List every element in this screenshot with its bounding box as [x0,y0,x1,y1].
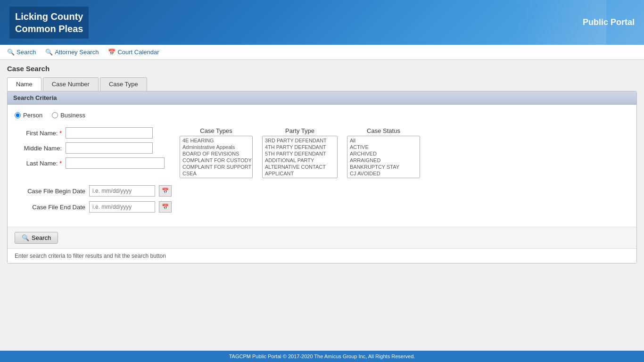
search-button-label: Search [32,234,51,241]
main-content: Case Search Name Case Number Case Type S… [0,60,644,268]
case-file-begin-calendar-button[interactable]: 📅 [159,185,172,197]
tab-case-type[interactable]: Case Type [100,77,147,91]
last-name-input[interactable] [66,157,165,169]
middle-name-row: Middle Name: [15,142,165,154]
party-type-label: Party Type [262,127,338,134]
case-file-end-input[interactable] [89,201,155,213]
form-section: First Name: * Middle Name: Last Name: * [15,127,629,178]
first-name-label: First Name: * [15,130,62,137]
business-label: Business [60,112,85,119]
search-body: Person Business First Name: * [8,105,636,227]
search-icon: 🔍 [7,49,15,56]
middle-name-label: Middle Name: [15,145,62,152]
results-message: Enter search criteria to filter results … [8,248,636,263]
navbar: 🔍 Search 🔍 Attorney Search 📅 Court Calen… [0,45,644,60]
search-panel: Search Criteria Person Business [7,91,637,263]
court-calendar-icon: 📅 [108,49,116,56]
court-calendar-label: Court Calendar [117,49,159,56]
last-name-row: Last Name: * [15,157,165,169]
person-radio-label[interactable]: Person [15,112,42,119]
footer: TAGCPM Public Portal © 2017-2020 The Ami… [0,351,644,362]
last-name-label: Last Name: * [15,160,62,167]
name-fields: First Name: * Middle Name: Last Name: * [15,127,165,169]
party-type-listbox[interactable]: 3RD PARTY DEFENDANT4TH PARTY DEFENDANT5T… [262,136,338,178]
case-file-end-label: Case File End Date [15,204,85,211]
case-file-end-calendar-button[interactable]: 📅 [159,201,172,213]
middle-name-input[interactable] [66,142,153,154]
case-file-end-row: Case File End Date 📅 [15,201,629,213]
page-header: Licking County Common Pleas Public Porta… [0,0,644,45]
search-button[interactable]: 🔍 Search [15,232,58,244]
page-title: Case Search [7,65,637,73]
case-file-begin-label: Case File Begin Date [15,188,85,195]
tab-case-number[interactable]: Case Number [43,77,99,91]
search-criteria-header: Search Criteria [8,91,636,105]
case-status-group: Case Status AllACTIVEARCHIVEDARRAIGNEDBA… [347,127,420,178]
search-button-icon: 🔍 [22,234,29,241]
party-type-group: Party Type 3RD PARTY DEFENDANT4TH PARTY … [262,127,338,178]
app-title: Licking County Common Pleas [9,7,89,39]
court-calendar-nav-item[interactable]: 📅 Court Calendar [108,49,159,56]
search-nav-item[interactable]: 🔍 Search [7,49,36,56]
attorney-search-label: Attorney Search [55,49,99,56]
business-radio[interactable] [52,112,58,118]
case-status-listbox[interactable]: AllACTIVEARCHIVEDARRAIGNEDBANKRUPTCY STA… [347,136,420,178]
tab-name[interactable]: Name [7,77,41,91]
person-label: Person [23,112,42,119]
footer-text: TAGCPM Public Portal © 2017-2020 The Ami… [229,354,415,359]
case-types-listbox[interactable]: 4E HEARINGAdministrative AppealsBOARD OF… [180,136,253,178]
tab-bar: Name Case Number Case Type [7,77,637,91]
case-file-begin-input[interactable] [89,185,155,197]
attorney-search-nav-item[interactable]: 🔍 Attorney Search [45,49,99,56]
case-file-begin-row: Case File Begin Date 📅 [15,185,629,197]
person-business-radio-group: Person Business [15,112,629,119]
first-name-input[interactable] [66,127,153,139]
case-status-label: Case Status [347,127,420,134]
date-section: Case File Begin Date 📅 Case File End Dat… [15,185,629,213]
person-radio[interactable] [15,112,21,118]
search-button-row: 🔍 Search [8,227,636,248]
list-section: Case Types 4E HEARINGAdministrative Appe… [180,127,629,178]
first-name-row: First Name: * [15,127,165,139]
attorney-search-icon: 🔍 [45,49,53,56]
portal-label: Public Portal [583,17,635,27]
business-radio-label[interactable]: Business [52,112,85,119]
search-nav-label: Search [17,49,36,56]
case-types-group: Case Types 4E HEARINGAdministrative Appe… [180,127,253,178]
case-types-label: Case Types [180,127,253,134]
